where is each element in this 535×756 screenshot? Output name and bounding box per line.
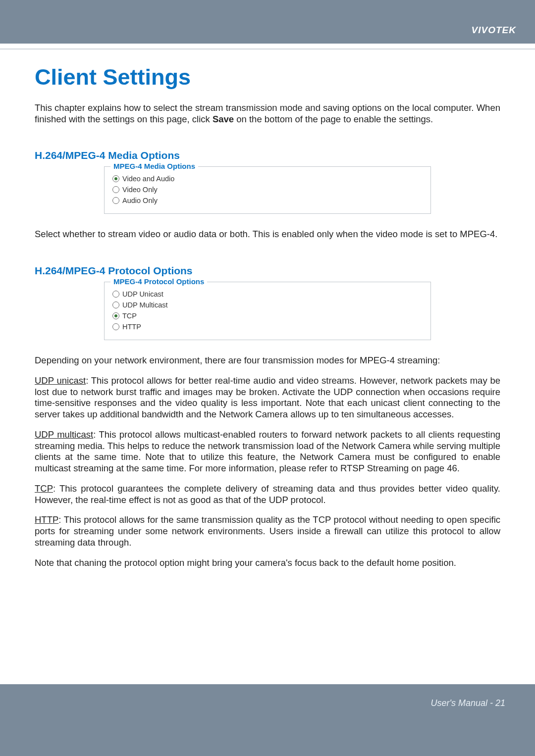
udp-unicast-text: : This protocol allows for better real-t… [35,375,500,419]
media-options-box: MPEG-4 Media Options Video and Audio Vid… [104,166,431,214]
radio-label: UDP Multicast [122,301,168,309]
udp-multicast-text: : This protocol allows multicast-enabled… [35,429,500,473]
tcp-label: TCP [35,483,53,494]
protocol-options-box: MPEG-4 Protocol Options UDP Unicast UDP … [104,282,431,340]
footer-band: User's Manual - 21 [0,684,535,756]
radio-dot-icon [114,314,117,317]
tcp-paragraph: TCP: This protocol guarantees the comple… [35,483,500,506]
udp-unicast-label: UDP unicast [35,375,86,386]
brand-logo: VIVOTEK [472,25,516,36]
radio-icon [112,291,119,298]
media-options-heading: H.264/MPEG-4 Media Options [35,150,500,161]
http-label: HTTP [35,514,58,525]
http-paragraph: HTTP: This protocol allows for the same … [35,514,500,548]
tcp-text: : This protocol guarantees the complete … [35,483,500,505]
protocol-intro: Depending on your network environment, t… [35,355,500,366]
radio-label: Video and Audio [122,175,174,183]
radio-label: HTTP [122,323,141,331]
radio-udp-unicast[interactable]: UDP Unicast [112,290,423,298]
protocol-options-legend: MPEG-4 Protocol Options [110,277,207,286]
footer-text: User's Manual - 21 [431,698,506,708]
focus-note: Note that chaning the protocol option mi… [35,557,500,569]
radio-label: Video Only [122,186,158,194]
http-text: : This protocol allows for the same tran… [35,514,500,548]
intro-suffix: on the bottom of the page to enable the … [234,114,433,124]
media-options-legend: MPEG-4 Media Options [110,162,198,170]
radio-label: TCP [122,312,137,320]
page-title: Client Settings [35,64,500,90]
radio-udp-multicast[interactable]: UDP Multicast [112,301,423,309]
radio-icon [112,197,119,204]
intro-save-word: Save [213,114,234,124]
radio-icon [112,175,119,182]
radio-icon [112,186,119,193]
radio-audio-only[interactable]: Audio Only [112,197,423,204]
radio-tcp[interactable]: TCP [112,312,423,320]
intro-paragraph: This chapter explains how to select the … [35,102,500,125]
radio-dot-icon [114,177,117,180]
radio-video-only[interactable]: Video Only [112,186,423,194]
header-band: VIVOTEK [0,0,535,44]
udp-unicast-paragraph: UDP unicast: This protocol allows for be… [35,375,500,420]
media-note: Select whether to stream video or audio … [35,229,500,240]
protocol-options-heading: H.264/MPEG-4 Protocol Options [35,265,500,277]
radio-label: UDP Unicast [122,290,163,298]
radio-icon [112,323,119,330]
radio-icon [112,312,119,319]
radio-http[interactable]: HTTP [112,323,423,331]
radio-label: Audio Only [122,197,158,204]
udp-multicast-paragraph: UDP multicast: This protocol allows mult… [35,429,500,474]
page-content: Client Settings This chapter explains ho… [0,50,535,568]
udp-multicast-label: UDP multicast [35,429,93,440]
radio-icon [112,302,119,308]
radio-video-and-audio[interactable]: Video and Audio [112,175,423,183]
